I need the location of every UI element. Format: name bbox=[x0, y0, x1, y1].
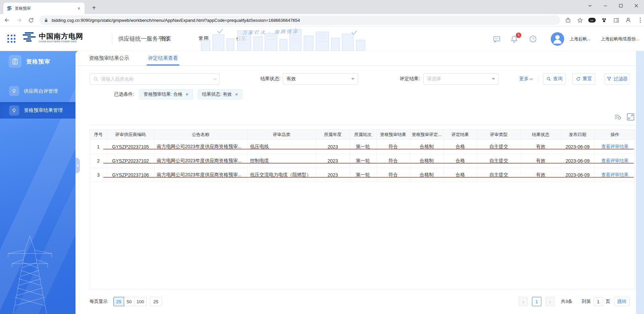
cell-round: 第一轮 bbox=[350, 168, 376, 182]
apps-grid-icon[interactable] bbox=[7, 35, 16, 43]
more-filters-link[interactable]: 更多 bbox=[519, 73, 532, 85]
page-number-button[interactable]: 1 bbox=[532, 297, 541, 306]
transmission-tower-decoration bbox=[1, 230, 58, 314]
side-panel-icon[interactable] bbox=[612, 16, 620, 24]
column-settings-icon[interactable] bbox=[614, 113, 622, 121]
bookmark-star-icon[interactable] bbox=[576, 16, 584, 24]
prev-page-button[interactable]: ‹ bbox=[519, 297, 528, 306]
forward-button[interactable] bbox=[14, 15, 24, 25]
view-review-result-link[interactable]: 查看评审结果 bbox=[601, 158, 629, 163]
page-scroll-strip[interactable] bbox=[636, 51, 644, 314]
bulb-icon bbox=[9, 105, 19, 116]
category-search-input[interactable] bbox=[101, 76, 214, 82]
jump-button[interactable]: 跳转 bbox=[614, 297, 630, 306]
cell-preq_method: 合格制 bbox=[410, 154, 443, 168]
back-button[interactable] bbox=[2, 15, 12, 25]
column-header: 评定结果 bbox=[443, 130, 477, 140]
pagination: 每页显示 2550100 25 ‹ 1 › 共3条 到第 页 跳转 bbox=[75, 296, 644, 308]
company-name[interactable]: 上海起帆电缆股份... bbox=[601, 36, 639, 42]
results-table-wrap: 序号评审供应商编码公告名称评审品类所属年度所属轮次资格预审结果资格预审评定...… bbox=[90, 129, 635, 289]
sidebar-item-label: 资格预审结果管理 bbox=[24, 107, 63, 114]
goto-page-input[interactable] bbox=[594, 297, 603, 306]
column-header: 发布日期 bbox=[561, 130, 594, 140]
selected-conditions-label: 已选条件: bbox=[114, 91, 134, 97]
view-review-result-link[interactable]: 查看评审结果 bbox=[601, 172, 629, 177]
page-size-option-50[interactable]: 50 bbox=[124, 297, 135, 306]
per-page-label: 每页显示 bbox=[90, 299, 108, 305]
filter-divider bbox=[539, 76, 539, 82]
evaluation-select[interactable]: 请选择 bbox=[423, 73, 499, 85]
cell-preq_result: 符合 bbox=[376, 168, 410, 182]
cell-status: 有效 bbox=[521, 168, 561, 182]
cell-code: GYSZP20237105 bbox=[107, 140, 154, 154]
chip-close-icon[interactable]: × bbox=[185, 92, 188, 97]
header-nav-item-1[interactable]: 首页 bbox=[158, 36, 174, 42]
page-size-select[interactable]: 25 bbox=[150, 297, 162, 306]
column-header: 评审类型 bbox=[477, 130, 521, 140]
page-size-option-25[interactable]: 25 bbox=[113, 297, 124, 306]
header-divider bbox=[112, 34, 112, 44]
csg-logo: 中国南方电网 CHINA SOUTHERN POWER GRID bbox=[22, 31, 83, 43]
window-minimize-icon[interactable] bbox=[598, 0, 613, 11]
sidebar-app-title-label: 资格预审 bbox=[26, 58, 50, 65]
cell-eval_result: 合格 bbox=[443, 140, 477, 154]
csg-logo-mark bbox=[22, 31, 36, 43]
notification-badge: 5 bbox=[516, 33, 521, 38]
tab-close-icon[interactable]: × bbox=[76, 5, 82, 11]
window-close-icon[interactable] bbox=[629, 0, 644, 11]
column-header: 所属年度 bbox=[316, 130, 350, 140]
cell-preq_method: 合格制 bbox=[410, 168, 443, 182]
next-page-button[interactable]: › bbox=[545, 297, 555, 306]
profile-icon[interactable] bbox=[625, 16, 632, 24]
search-icon bbox=[93, 77, 98, 82]
new-tab-button[interactable]: + bbox=[89, 3, 99, 12]
share-icon[interactable] bbox=[564, 16, 572, 24]
reset-button[interactable]: 重置 bbox=[573, 73, 595, 85]
cell-review_type: 自主提交 bbox=[477, 154, 521, 168]
window-maximize-icon[interactable] bbox=[613, 0, 629, 11]
filter-button[interactable]: 过滤器 bbox=[604, 73, 630, 85]
query-button[interactable]: 查询 bbox=[543, 73, 566, 85]
view-review-result-link[interactable]: 查看评审结果 bbox=[601, 144, 629, 149]
lock-icon[interactable] bbox=[44, 18, 48, 23]
page-size-option-100[interactable]: 100 bbox=[134, 297, 147, 306]
sidebar-app-title[interactable]: 资格预审 bbox=[0, 54, 75, 69]
category-search-combobox[interactable] bbox=[90, 73, 220, 85]
cell-action: 查看评审结果 bbox=[594, 140, 635, 154]
condition-chip-text: 资格预审结果: 合格 bbox=[144, 91, 182, 97]
notifications-bell-icon[interactable]: 5 bbox=[510, 35, 519, 43]
url-bar[interactable]: bidding.csg.cn:9090/gmp/static/gmpweb/wo… bbox=[39, 15, 560, 25]
window-chevron-icon[interactable] bbox=[582, 0, 598, 11]
extension-icon-1[interactable]: oo bbox=[588, 18, 596, 23]
status-select[interactable]: 有效 bbox=[283, 73, 358, 85]
results-table: 序号评审供应商编码公告名称评审品类所属年度所属轮次资格预审结果资格预审评定...… bbox=[90, 129, 635, 182]
sidebar-item-1[interactable]: 供应商自评管理 bbox=[0, 83, 75, 99]
evaluation-filter-label: 评定结果: bbox=[393, 73, 420, 85]
messages-icon[interactable] bbox=[492, 35, 501, 43]
goto-prefix: 到第 bbox=[582, 299, 591, 305]
browser-tab[interactable]: 资格预审 × bbox=[3, 3, 85, 14]
cell-seq: 1 bbox=[90, 140, 107, 154]
browser-menu-kebab-icon[interactable] bbox=[637, 16, 644, 24]
tab-2[interactable]: 评定结果查看 bbox=[147, 51, 179, 65]
extension-icon-2[interactable] bbox=[600, 16, 608, 24]
row-red-underline bbox=[103, 177, 634, 178]
sidebar-collapse-handle[interactable] bbox=[75, 158, 80, 173]
tab-1[interactable]: 资格预审结果公示 bbox=[88, 51, 130, 65]
chip-close-icon[interactable]: × bbox=[235, 92, 238, 97]
sidebar-item-2[interactable]: 资格预审结果管理 bbox=[0, 102, 79, 119]
bulb-icon bbox=[9, 86, 19, 96]
cell-action: 查看评审结果 bbox=[594, 168, 635, 182]
tab-title: 资格预审 bbox=[15, 6, 76, 11]
user-avatar[interactable] bbox=[551, 32, 564, 46]
fullscreen-icon[interactable] bbox=[627, 113, 635, 121]
condition-chip-1: 资格预审结果: 合格× bbox=[139, 89, 193, 99]
search-icon bbox=[546, 77, 551, 81]
chevron-down-icon bbox=[530, 77, 533, 80]
reload-button[interactable] bbox=[26, 15, 36, 25]
help-icon[interactable]: ? bbox=[529, 35, 537, 43]
browser-toolbar: bidding.csg.cn:9090/gmp/static/gmpweb/wo… bbox=[0, 14, 644, 27]
user-name[interactable]: 上海起帆... bbox=[570, 36, 591, 42]
url-text[interactable]: bidding.csg.cn:9090/gmp/static/gmpweb/wo… bbox=[52, 18, 300, 23]
cell-seq: 3 bbox=[90, 168, 107, 182]
